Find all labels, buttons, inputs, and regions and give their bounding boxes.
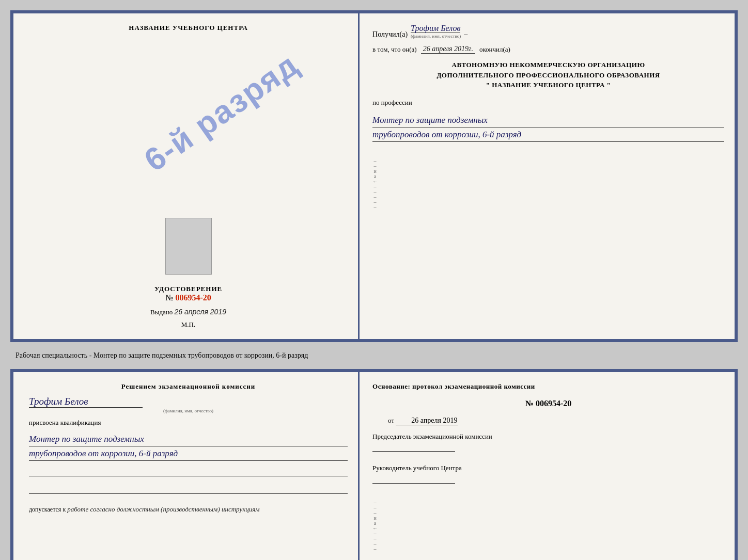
- profession-line1: Монтер по защите подземных: [372, 113, 724, 127]
- photo-placeholder: [165, 218, 212, 275]
- issued-date: 26 апреля 2019: [175, 308, 226, 316]
- допускается-text: работе согласно должностным (производств…: [67, 505, 259, 513]
- profession-line2: трубопроводов от коррозии, 6-й разряд: [372, 127, 724, 142]
- received-line: Получил(а) Трофим Белов (фамилия, имя, о…: [372, 24, 724, 39]
- qual-line1: Монтер по защите подземных: [29, 432, 348, 446]
- protocol-date-line: от 26 апреля 2019: [372, 417, 724, 425]
- допускается-line: допускается к работе согласно должностны…: [29, 505, 348, 514]
- profession-block: Монтер по защите подземных трубопроводов…: [372, 113, 724, 142]
- qualification-block: Монтер по защите подземных трубопроводов…: [29, 432, 348, 461]
- chairman-block: Председатель экзаменационной комиссии: [372, 431, 724, 452]
- issued-line: Выдано 26 апреля 2019: [150, 302, 226, 316]
- assigned-label: присвоена квалификация: [29, 419, 348, 427]
- commission-title: Решением экзаменационной комиссии: [29, 382, 348, 391]
- stamp-text: 6-й разряд: [137, 46, 305, 179]
- recipient-name: Трофим Белов: [411, 24, 460, 33]
- person-name: Трофим Белов: [29, 396, 143, 408]
- org-center-name: НАЗВАНИЕ УЧЕБНОГО ЦЕНТРА: [492, 81, 605, 89]
- cert-top-left: НАЗВАНИЕ УЧЕБНОГО ЦЕНТРА 6-й разряд УДОС…: [13, 13, 360, 339]
- blank-line-2: [29, 486, 348, 494]
- cert-top-title: НАЗВАНИЕ УЧЕБНОГО ЦЕНТРА: [129, 24, 248, 32]
- stamp-overlay: 6-й разряд: [142, 63, 318, 238]
- org-block: АВТОНОМНУЮ НЕКОММЕРЧЕСКУЮ ОРГАНИЗАЦИЮ ДО…: [372, 60, 724, 90]
- chairman-signature-line: [372, 443, 455, 452]
- person-sublabel: (фамилия, имя, отчество): [29, 408, 348, 413]
- top-certificate: НАЗВАНИЕ УЧЕБНОГО ЦЕНТРА 6-й разряд УДОС…: [10, 10, 738, 342]
- mp-line: М.П.: [181, 321, 195, 329]
- center-head-block: Руководитель учебного Центра: [372, 463, 724, 484]
- cert-id-label: УДОСТОВЕРЕНИЕ: [154, 285, 222, 293]
- page-wrapper: НАЗВАНИЕ УЧЕБНОГО ЦЕНТРА 6-й разряд УДОС…: [10, 10, 738, 560]
- specialty-text: Рабочая специальность - Монтер по защите…: [10, 348, 738, 363]
- blank-line-1: [29, 468, 348, 476]
- cert-id-value: 006954-20: [176, 293, 211, 302]
- person-block: Трофим Белов (фамилия, имя, отчество): [29, 396, 348, 413]
- cert-bottom-right: Основание: протокол экзаменационной коми…: [360, 372, 735, 560]
- right-dashes: – – и а ← – – – – –: [371, 158, 379, 210]
- date-line: в том, что он(а) 26 апреля 2019г. окончи…: [372, 45, 724, 54]
- cert-bottom-left: Решением экзаменационной комиссии Трофим…: [13, 372, 360, 560]
- profession-label: по профессии: [372, 99, 724, 107]
- cert-id-block: УДОСТОВЕРЕНИЕ № 006954-20: [154, 285, 222, 302]
- cert-id-number: № 006954-20: [154, 293, 222, 302]
- completion-date: 26 апреля 2019г.: [421, 45, 475, 54]
- center-head-signature-line: [372, 475, 455, 484]
- recipient-sublabel: (фамилия, имя, отчество): [411, 34, 461, 39]
- bottom-certificate: Решением экзаменационной комиссии Трофим…: [10, 369, 738, 560]
- cert-top-right: Получил(а) Трофим Белов (фамилия, имя, о…: [360, 13, 735, 339]
- protocol-date: 26 апреля 2019: [396, 417, 457, 425]
- basis-title: Основание: протокол экзаменационной коми…: [372, 382, 724, 391]
- protocol-number: № 006954-20: [372, 399, 724, 408]
- qual-line2: трубопроводов от коррозии, 6-й разряд: [29, 446, 348, 461]
- bottom-right-dashes: – – – и а ← – – – –: [371, 500, 379, 552]
